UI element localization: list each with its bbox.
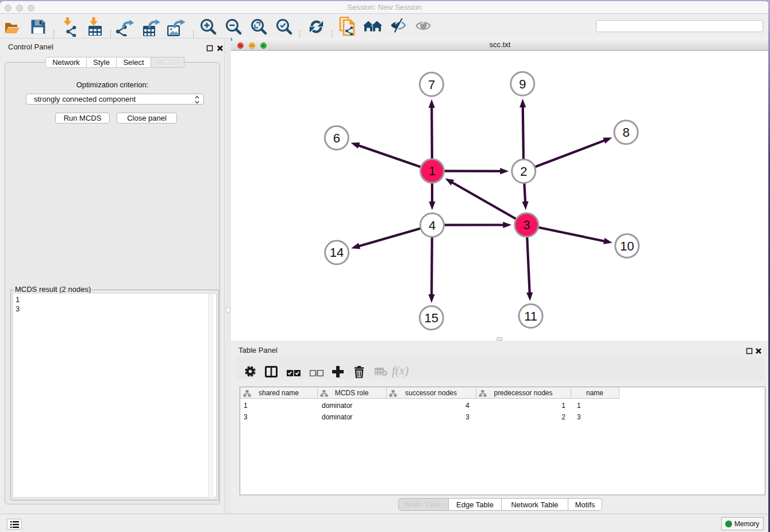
svg-text:2: 2 — [520, 164, 527, 179]
svg-text:11: 11 — [524, 309, 537, 323]
svg-text:f(x): f(x) — [392, 365, 409, 377]
svg-text:8: 8 — [622, 125, 629, 140]
svg-text:9: 9 — [519, 77, 526, 91]
svg-text:15: 15 — [425, 311, 438, 325]
svg-text:14: 14 — [330, 245, 344, 260]
svg-text:3: 3 — [523, 218, 530, 232]
svg-text:10: 10 — [620, 239, 634, 253]
svg-text:1: 1 — [429, 164, 436, 178]
svg-text:7: 7 — [428, 78, 435, 92]
svg-text:4: 4 — [429, 218, 436, 233]
svg-text:6: 6 — [333, 131, 340, 145]
